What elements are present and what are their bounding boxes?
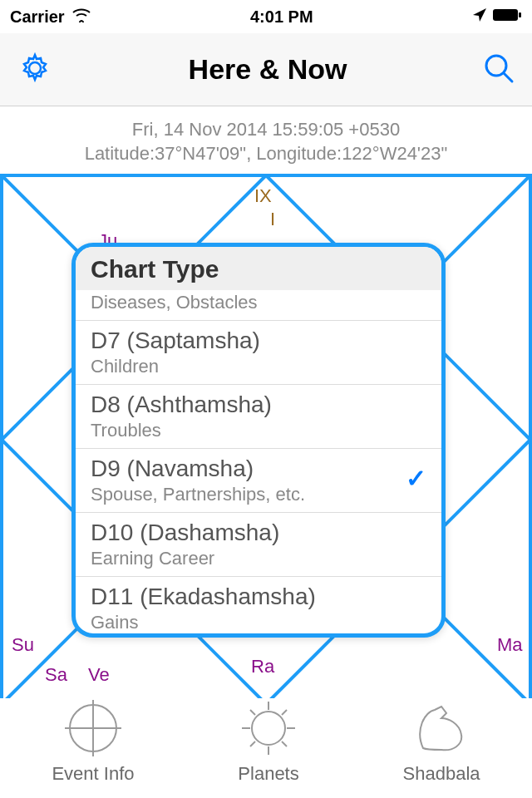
checkmark-icon: ✓ — [406, 464, 426, 493]
list-item[interactable]: D10 (Dashamsha) Earning Career — [76, 513, 441, 577]
search-button[interactable] — [482, 52, 515, 88]
svg-point-2 — [29, 62, 41, 74]
settings-button[interactable] — [17, 50, 53, 90]
battery-icon — [492, 7, 522, 27]
svg-rect-1 — [519, 12, 521, 17]
item-title: D11 (Ekadashamsha) — [91, 584, 426, 610]
info-datetime: Fri, 14 Nov 2014 15:59:05 +0530 — [8, 118, 524, 142]
status-right — [472, 7, 522, 27]
tab-bar: Event Info Planets Shadbala — [0, 698, 532, 798]
planet-ra: Ra — [251, 656, 274, 677]
svg-line-23 — [250, 741, 255, 746]
tab-event-info[interactable]: Event Info — [52, 698, 134, 785]
search-icon — [482, 52, 515, 85]
popup-list[interactable]: Diseases, Obstacles D7 (Saptamsha) Child… — [76, 290, 441, 633]
info-location: Latitude:37°N47'09", Longitude:122°W24'2… — [8, 142, 524, 166]
gear-icon — [17, 50, 53, 86]
list-item[interactable]: D9 (Navamsha) Spouse, Partnerships, etc.… — [76, 449, 441, 513]
item-sub: Diseases, Obstacles — [91, 292, 426, 313]
sun-icon — [239, 698, 298, 758]
planet-sa: Sa — [45, 664, 67, 686]
popup-title: Chart Type — [76, 247, 441, 290]
tab-planets[interactable]: Planets — [238, 698, 298, 785]
tab-label: Shadbala — [403, 763, 480, 785]
list-item[interactable]: D11 (Ekadashamsha) Gains — [76, 577, 441, 633]
svg-line-21 — [282, 741, 287, 746]
carrier-label: Carrier — [10, 7, 65, 27]
tab-shadbala[interactable]: Shadbala — [403, 698, 480, 785]
status-bar: Carrier 4:01 PM — [0, 0, 532, 33]
list-item[interactable]: Diseases, Obstacles — [76, 292, 441, 321]
tab-label: Planets — [238, 763, 298, 785]
item-title: D8 (Ashthamsha) — [91, 392, 426, 418]
wifi-icon — [71, 7, 91, 27]
item-sub: Gains — [91, 612, 426, 633]
item-title: D7 (Saptamsha) — [91, 328, 426, 354]
item-sub: Troubles — [91, 420, 426, 441]
item-sub: Spouse, Partnerships, etc. — [91, 484, 426, 505]
svg-line-4 — [504, 73, 512, 81]
house-label-ix: IX — [254, 185, 272, 207]
item-sub: Earning Career — [91, 548, 426, 569]
item-title: D9 (Navamsha) — [91, 456, 426, 482]
status-time: 4:01 PM — [250, 7, 313, 27]
location-icon — [472, 7, 487, 27]
list-item[interactable]: D8 (Ashthamsha) Troubles — [76, 385, 441, 449]
status-left: Carrier — [10, 7, 91, 27]
chart-type-popup: Chart Type Diseases, Obstacles D7 (Sapta… — [71, 243, 446, 638]
house-label-i: I — [270, 209, 275, 230]
chart-info: Fri, 14 Nov 2014 15:59:05 +0530 Latitude… — [0, 106, 532, 174]
svg-rect-0 — [493, 9, 518, 21]
planet-ma: Ma — [497, 634, 523, 656]
svg-line-20 — [250, 710, 255, 715]
nav-bar: Here & Now — [0, 33, 532, 106]
page-title: Here & Now — [189, 53, 347, 86]
planet-su: Su — [12, 634, 34, 656]
svg-point-15 — [252, 712, 285, 745]
planet-ve: Ve — [88, 664, 110, 686]
tab-label: Event Info — [52, 763, 134, 785]
item-title: D10 (Dashamsha) — [91, 520, 426, 546]
muscle-icon — [411, 698, 471, 758]
item-sub: Children — [91, 356, 426, 377]
crosshair-icon — [63, 698, 123, 758]
list-item[interactable]: D7 (Saptamsha) Children — [76, 321, 441, 385]
svg-line-22 — [282, 710, 287, 715]
